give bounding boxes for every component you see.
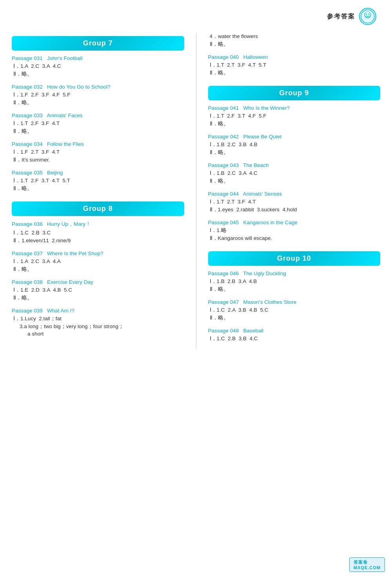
passage-037-ans2: Ⅱ．略。 — [12, 266, 184, 273]
passage-039-num: Passage 039 — [12, 308, 43, 314]
passage-031-title: Passage 031 John's Football — [12, 55, 184, 61]
passage-033-ans1: Ⅰ．1.T 2.F 3.F 4.T — [12, 120, 184, 127]
passage-046: Passage 046 The Ugly Duckling Ⅰ．1.B 2.B … — [208, 270, 381, 294]
passage-035-title: Passage 035 Beijing — [12, 170, 184, 176]
passage-032-ans1: Ⅰ．1.F 2.F 3.F 4.F 5.F — [12, 91, 184, 98]
column-divider — [196, 33, 196, 348]
passage-038-ans2: Ⅱ．略。 — [12, 294, 184, 301]
group9-header: Group 9 — [208, 86, 381, 100]
main-content: Group 7 Passage 031 John's Football Ⅰ．1.… — [12, 33, 380, 348]
passage-038-title: Passage 038 Exercise Every Day — [12, 279, 184, 285]
passage-035-num: Passage 035 — [12, 170, 43, 176]
passage-045-name: Kangaroos in the Cage — [243, 220, 298, 225]
passage-040: Passage 040 Halloween Ⅰ．1.T 2.T 3.F 4.T … — [208, 54, 381, 77]
passage-042-num: Passage 042 — [208, 134, 239, 140]
passage-043-name: The Beach — [243, 162, 269, 168]
passage-032-ans2: Ⅱ．略。 — [12, 99, 184, 106]
passage-048-name: Baseball — [243, 328, 264, 334]
passage-034-ans2: Ⅱ．It's summer. — [12, 156, 184, 163]
passage-040-name: Halloween — [243, 54, 268, 60]
passage-037: Passage 037 Where Is the Pet Shop? Ⅰ．1.A… — [12, 250, 184, 274]
passage-035-ans1: Ⅰ．1.T 2.F 3.T 4.T 5.T — [12, 177, 184, 184]
passage-038-ans1: Ⅰ．1.E 2.D 3.A 4.B 5.C — [12, 287, 184, 294]
passage-037-ans1: Ⅰ．1.A 2.C 3.A 4.A — [12, 258, 184, 265]
passage-041-ans2: Ⅱ．略。 — [208, 120, 381, 127]
passage-037-num: Passage 037 — [12, 250, 43, 256]
left-column: Group 7 Passage 031 John's Football Ⅰ．1.… — [12, 33, 184, 348]
passage-039-title: Passage 039 What Am I? — [12, 308, 184, 314]
passage-039-extra-ans2: Ⅱ．略。 — [208, 41, 381, 48]
passage-044-name: Animals' Senses — [243, 191, 282, 197]
passage-036-ans2: Ⅱ．1.eleven/11 2.nine/9 — [12, 237, 184, 244]
passage-042: Passage 042 Please Be Quiet Ⅰ．1.B 2.C 3.… — [208, 134, 381, 157]
passage-035-ans2: Ⅱ．略。 — [12, 185, 184, 192]
svg-point-3 — [368, 14, 370, 15]
passage-037-title: Passage 037 Where Is the Pet Shop? — [12, 250, 184, 256]
passage-039-ans2: 3.a long；two big；very long；four strong； — [12, 323, 184, 330]
passage-045-title: Passage 045 Kangaroos in the Cage — [208, 220, 381, 225]
passage-047-name: Mason's Clothes Store — [243, 299, 296, 305]
passage-034-num: Passage 034 — [12, 141, 43, 147]
right-column: 4．water the flowers Ⅱ．略。 Passage 040 Hal… — [208, 33, 381, 348]
passage-035: Passage 035 Beijing Ⅰ．1.T 2.F 3.T 4.T 5.… — [12, 170, 184, 193]
passage-031-ans1: Ⅰ．1.A 2.C 3.A 4.C — [12, 63, 184, 70]
passage-037-name: Where Is the Pet Shop? — [47, 250, 103, 256]
passage-032-title: Passage 032 How do You Go to School? — [12, 84, 184, 90]
passage-039-extra-ans1: 4．water the flowers — [208, 33, 381, 40]
passage-043-ans2: Ⅱ．略。 — [208, 178, 381, 185]
passage-048-ans1: Ⅰ．1.C 2.B 3.B 4.C — [208, 335, 381, 342]
passage-044-ans2: Ⅱ．1.eyes 2.rabbit 3.suckers 4.hold — [208, 206, 381, 213]
passage-045-num: Passage 045 — [208, 220, 239, 225]
group7-header: Group 7 — [12, 36, 184, 51]
page-header: 参考答案 — [12, 8, 380, 25]
passage-031: Passage 031 John's Football Ⅰ．1.A 2.C 3.… — [12, 55, 184, 78]
passage-048: Passage 048 Baseball Ⅰ．1.C 2.B 3.B 4.C — [208, 328, 381, 343]
passage-036-title: Passage 036 Hurry Up，Mary！ — [12, 221, 184, 228]
passage-032-name: How do You Go to School? — [47, 84, 110, 90]
passage-047-ans2: Ⅱ．略。 — [208, 314, 381, 321]
passage-041-num: Passage 041 — [208, 105, 239, 111]
passage-042-title: Passage 042 Please Be Quiet — [208, 134, 381, 140]
passage-047: Passage 047 Mason's Clothes Store Ⅰ．1.C … — [208, 299, 381, 322]
passage-046-ans2: Ⅱ．略。 — [208, 286, 381, 293]
passage-034-ans1: Ⅰ．1.F 2.T 3.F 4.T — [12, 149, 184, 156]
passage-031-num: Passage 031 — [12, 55, 43, 61]
passage-043-title: Passage 043 The Beach — [208, 162, 381, 168]
passage-033-name: Animals' Faces — [47, 113, 82, 118]
passage-043: Passage 043 The Beach Ⅰ．1.B 2.C 3.A 4.C … — [208, 162, 381, 185]
watermark: 答案卷 MXQE.COM — [349, 557, 385, 572]
passage-044-title: Passage 044 Animals' Senses — [208, 191, 381, 197]
passage-040-ans1: Ⅰ．1.T 2.T 3.F 4.T 5.T — [208, 62, 381, 69]
passage-046-name: The Ugly Duckling — [243, 270, 286, 276]
passage-034-title: Passage 034 Follow the Flies — [12, 141, 184, 147]
passage-036-num: Passage 036 — [12, 221, 43, 227]
passage-032: Passage 032 How do You Go to School? Ⅰ．1… — [12, 84, 184, 107]
passage-041-ans1: Ⅰ．1.T 2.F 3.T 4.F 5.F — [208, 113, 381, 120]
watermark-line2: MXQE.COM — [354, 565, 381, 570]
header-title: 参考答案 — [327, 13, 355, 21]
passage-031-ans2: Ⅱ．略。 — [12, 71, 184, 78]
passage-048-num: Passage 048 — [208, 328, 239, 334]
passage-039-name: What Am I? — [47, 308, 74, 314]
passage-033-num: Passage 033 — [12, 113, 43, 118]
passage-044-num: Passage 044 — [208, 191, 239, 197]
passage-039-ans1: Ⅰ．1.Lucy 2.tall；fat — [12, 315, 184, 322]
passage-045-ans1: Ⅰ．1.略 — [208, 227, 381, 234]
passage-043-num: Passage 043 — [208, 162, 239, 168]
passage-040-num: Passage 040 — [208, 54, 239, 60]
passage-033-ans2: Ⅱ．略。 — [12, 128, 184, 135]
passage-031-name: John's Football — [47, 55, 82, 61]
passage-047-ans1: Ⅰ．1.C 2.A 3.B 4.B 5.C — [208, 307, 381, 314]
passage-032-num: Passage 032 — [12, 84, 43, 90]
passage-039-ans3: a short — [12, 331, 184, 337]
passage-044: Passage 044 Animals' Senses Ⅰ．1.T 2.T 3.… — [208, 191, 381, 214]
passage-033: Passage 033 Animals' Faces Ⅰ．1.T 2.F 3.F… — [12, 113, 184, 136]
passage-041: Passage 041 Who Is the Winner? Ⅰ．1.T 2.F… — [208, 105, 381, 128]
passage-039-extra: 4．water the flowers Ⅱ．略。 — [208, 33, 381, 49]
passage-040-ans2: Ⅱ．略。 — [208, 69, 381, 76]
passage-041-title: Passage 041 Who Is the Winner? — [208, 105, 381, 111]
passage-045: Passage 045 Kangaroos in the Cage Ⅰ．1.略 … — [208, 220, 381, 243]
passage-047-title: Passage 047 Mason's Clothes Store — [208, 299, 381, 305]
passage-038-num: Passage 038 — [12, 279, 43, 285]
header-icon — [359, 8, 376, 25]
